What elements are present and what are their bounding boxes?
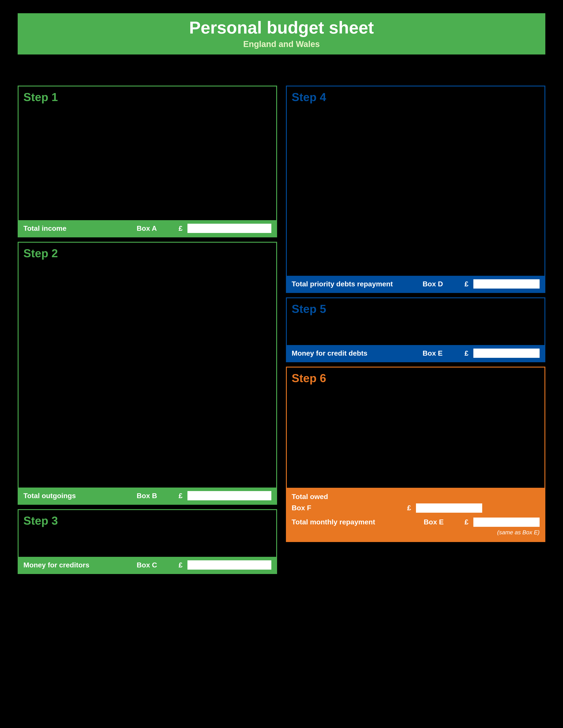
amount-owed-cell: £: [414, 188, 480, 196]
creditor-field[interactable]: [292, 465, 415, 473]
repayment-cell: £: [480, 188, 540, 196]
owed-field[interactable]: [422, 226, 466, 232]
item-field[interactable]: [218, 467, 271, 474]
item-field[interactable]: [218, 375, 271, 381]
repay-field[interactable]: [488, 180, 540, 186]
repay-field[interactable]: [489, 426, 540, 434]
repay-field[interactable]: [488, 246, 540, 252]
item-field[interactable]: [218, 282, 271, 288]
owed-field[interactable]: [422, 160, 466, 166]
owed-field[interactable]: [422, 150, 466, 156]
creditor-field[interactable]: [292, 436, 415, 444]
step5-total-currency: £: [465, 349, 473, 357]
item-field[interactable]: [218, 412, 271, 418]
item-field[interactable]: [218, 191, 271, 197]
owed-field[interactable]: [427, 446, 480, 453]
repayment-cell: £: [480, 226, 540, 234]
repay-field[interactable]: [489, 456, 540, 463]
item-field[interactable]: [218, 366, 271, 372]
creditor-field[interactable]: [292, 456, 415, 463]
item-field[interactable]: [218, 393, 271, 400]
repay-field[interactable]: [488, 199, 540, 205]
step6-owed-field[interactable]: [416, 503, 482, 513]
creditor-field[interactable]: [292, 426, 415, 434]
item-field[interactable]: [218, 200, 271, 206]
item-field[interactable]: [218, 403, 271, 409]
amount-owed-cell: £: [414, 226, 480, 234]
item-field[interactable]: [218, 328, 271, 335]
repay-field[interactable]: [488, 170, 540, 176]
repay-field[interactable]: [488, 189, 540, 195]
step5-line2-field[interactable]: [471, 327, 540, 333]
step2-total-field[interactable]: [187, 491, 271, 500]
step5-total-field[interactable]: [473, 349, 540, 358]
item-field[interactable]: [218, 421, 271, 427]
owed-field[interactable]: [422, 198, 466, 204]
item-field[interactable]: [218, 135, 271, 141]
owed-field[interactable]: [422, 245, 466, 251]
amount-owed-cell: £: [414, 217, 480, 224]
repay-field[interactable]: [488, 265, 540, 271]
blank-label-field[interactable]: [23, 209, 204, 216]
repay-field[interactable]: [489, 436, 540, 444]
item-field[interactable]: [218, 301, 271, 307]
item-field[interactable]: [218, 356, 271, 362]
repay-field[interactable]: [489, 465, 540, 473]
item-field[interactable]: [218, 440, 271, 446]
step3-line2-field[interactable]: [203, 539, 271, 545]
owed-field[interactable]: [422, 217, 466, 223]
owed-field[interactable]: [427, 436, 480, 444]
repay-field[interactable]: [489, 446, 540, 453]
repay-field[interactable]: [488, 236, 540, 243]
owed-field[interactable]: [427, 426, 480, 434]
item-field[interactable]: [218, 384, 271, 390]
creditor-field[interactable]: [292, 475, 415, 482]
item-field[interactable]: [218, 163, 271, 169]
debt-label: Mortgage arrears: [292, 160, 414, 167]
creditor-field[interactable]: [292, 446, 415, 453]
repay-field[interactable]: [488, 208, 540, 214]
repay-field[interactable]: [488, 218, 540, 224]
owed-field[interactable]: [422, 264, 466, 270]
item-field[interactable]: [218, 209, 271, 216]
currency-symbol: £: [480, 465, 489, 473]
item-field[interactable]: [218, 458, 271, 464]
owed-field[interactable]: [422, 255, 466, 261]
repay-field[interactable]: [489, 475, 540, 482]
item-field[interactable]: [218, 430, 271, 437]
item-field[interactable]: [218, 449, 271, 455]
owed-field[interactable]: [422, 236, 466, 242]
currency-symbol: £: [414, 179, 422, 186]
item-field[interactable]: [218, 182, 271, 188]
item-field[interactable]: [218, 154, 271, 160]
owed-field[interactable]: [422, 169, 466, 175]
item-field[interactable]: [218, 477, 271, 483]
step5-line1-field[interactable]: [471, 318, 540, 324]
repay-field[interactable]: [488, 161, 540, 167]
item-field[interactable]: [218, 310, 271, 316]
owed-field[interactable]: [422, 207, 466, 213]
owed-field[interactable]: [422, 179, 466, 185]
item-field[interactable]: [218, 144, 271, 151]
item-field[interactable]: [218, 273, 271, 279]
item-field[interactable]: [218, 172, 271, 178]
step6-repay-field[interactable]: [473, 518, 540, 527]
owed-field[interactable]: [427, 465, 480, 473]
owed-field[interactable]: [427, 456, 480, 463]
item-field[interactable]: [218, 117, 271, 123]
line-item: Magistrates' court fines£: [23, 373, 271, 383]
item-field[interactable]: [218, 291, 271, 298]
step3-total-field[interactable]: [187, 560, 271, 570]
owed-field[interactable]: [422, 188, 466, 194]
item-field[interactable]: [218, 347, 271, 353]
repay-field[interactable]: [488, 151, 540, 157]
step3-line1-field[interactable]: [203, 530, 271, 536]
item-field[interactable]: [218, 319, 271, 325]
step4-total-field[interactable]: [473, 279, 540, 289]
owed-field[interactable]: [427, 475, 480, 482]
item-field[interactable]: [218, 126, 271, 132]
repay-field[interactable]: [488, 227, 540, 233]
step1-total-field[interactable]: [187, 224, 271, 233]
item-field[interactable]: [218, 338, 271, 344]
repay-field[interactable]: [488, 255, 540, 262]
